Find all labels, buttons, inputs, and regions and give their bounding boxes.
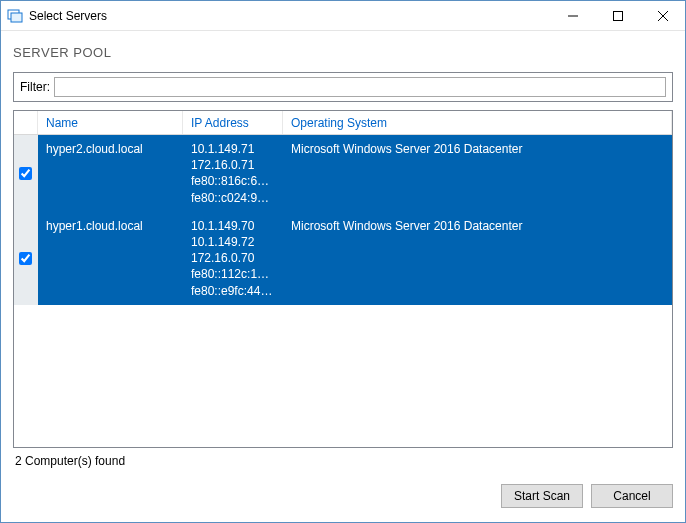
close-button[interactable] [640,1,685,30]
maximize-button[interactable] [595,1,640,30]
svg-rect-1 [11,13,22,22]
column-header-os[interactable]: Operating System [283,111,672,134]
ip-line: 10.1.149.71 [191,141,275,157]
column-header-checkbox[interactable] [14,111,38,134]
row-checkbox-cell [14,135,38,212]
grid-body[interactable]: hyper2.cloud.local10.1.149.71172.16.0.71… [14,135,672,447]
cell-ip: 10.1.149.71172.16.0.71fe80::816c:665...f… [183,139,283,208]
cancel-button[interactable]: Cancel [591,484,673,508]
window-title: Select Servers [29,9,107,23]
filter-row: Filter: [13,72,673,102]
start-scan-button[interactable]: Start Scan [501,484,583,508]
ip-line: 10.1.149.72 [191,234,275,250]
filter-label: Filter: [20,80,50,94]
content-area: SERVER POOL Filter: Name IP Address Oper… [1,31,685,476]
column-header-ip[interactable]: IP Address [183,111,283,134]
cell-os: Microsoft Windows Server 2016 Datacenter [283,139,672,208]
ip-line: 172.16.0.71 [191,157,275,173]
table-row[interactable]: hyper2.cloud.local10.1.149.71172.16.0.71… [14,135,672,212]
ip-line: fe80::816c:665... [191,173,275,189]
ip-line: fe80::e9fc:44cb:... [191,283,275,299]
titlebar: Select Servers [1,1,685,31]
svg-rect-3 [613,11,622,20]
ip-line: 10.1.149.70 [191,218,275,234]
filter-input[interactable] [54,77,666,97]
table-row[interactable]: hyper1.cloud.local10.1.149.7010.1.149.72… [14,212,672,305]
row-checkbox[interactable] [19,252,32,265]
row-checkbox[interactable] [19,167,32,180]
status-text: 2 Computer(s) found [13,448,673,476]
cell-name: hyper1.cloud.local [38,216,183,301]
cell-name: hyper2.cloud.local [38,139,183,208]
column-header-name[interactable]: Name [38,111,183,134]
row-checkbox-cell [14,212,38,305]
button-row: Start Scan Cancel [1,476,685,522]
section-title: SERVER POOL [13,45,673,60]
server-grid: Name IP Address Operating System hyper2.… [13,110,673,448]
minimize-button[interactable] [550,1,595,30]
ip-line: fe80::112c:180... [191,266,275,282]
ip-line: 172.16.0.70 [191,250,275,266]
cell-os: Microsoft Windows Server 2016 Datacenter [283,216,672,301]
grid-header: Name IP Address Operating System [14,111,672,135]
ip-line: fe80::c024:99b... [191,190,275,206]
cell-ip: 10.1.149.7010.1.149.72172.16.0.70fe80::1… [183,216,283,301]
app-icon [7,8,23,24]
